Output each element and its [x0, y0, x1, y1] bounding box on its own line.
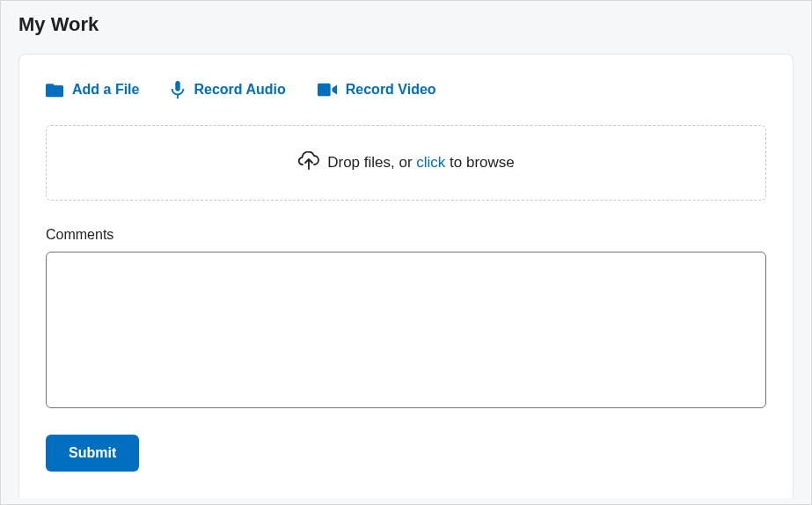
- video-camera-icon: [318, 83, 337, 97]
- record-video-label: Record Video: [346, 82, 436, 98]
- my-work-card: Add a File Record Audio Record Video: [18, 54, 794, 498]
- page-title: My Work: [1, 1, 811, 54]
- record-video-button[interactable]: Record Video: [318, 81, 436, 99]
- add-file-button[interactable]: Add a File: [46, 81, 139, 99]
- comments-textarea[interactable]: [46, 252, 766, 408]
- action-row: Add a File Record Audio Record Video: [46, 81, 766, 99]
- folder-icon: [46, 82, 63, 98]
- add-file-label: Add a File: [72, 82, 139, 98]
- dropzone-click-link[interactable]: click: [416, 154, 445, 171]
- comments-label: Comments: [46, 227, 766, 243]
- dropzone-suffix: to browse: [445, 154, 514, 171]
- cloud-upload-icon: [297, 151, 320, 175]
- submit-button[interactable]: Submit: [46, 435, 139, 472]
- dropzone-prefix: Drop files, or: [327, 154, 416, 171]
- record-audio-label: Record Audio: [194, 82, 285, 98]
- dropzone-text: Drop files, or click to browse: [327, 154, 515, 172]
- record-audio-button[interactable]: Record Audio: [171, 81, 285, 99]
- file-dropzone[interactable]: Drop files, or click to browse: [46, 125, 766, 201]
- microphone-icon: [171, 81, 185, 99]
